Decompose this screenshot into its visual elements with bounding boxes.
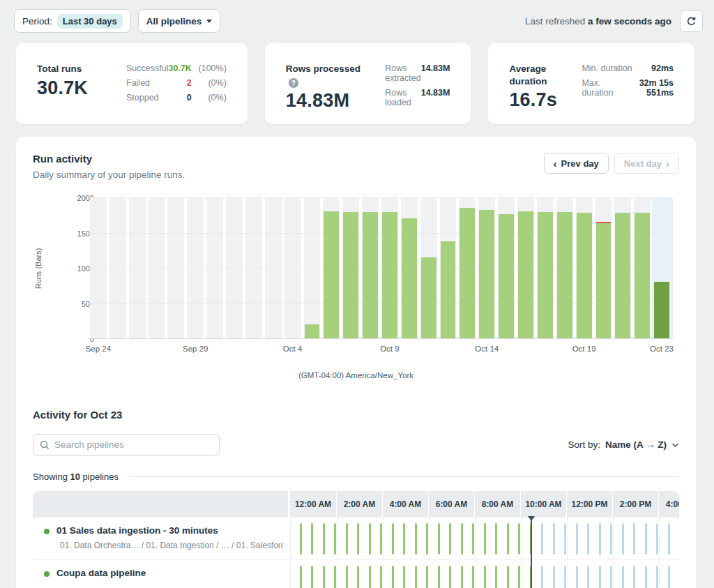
chart-bar[interactable] <box>635 213 650 338</box>
chart-day-column[interactable] <box>109 198 126 339</box>
chart-day-column[interactable] <box>226 198 243 339</box>
pipeline-row[interactable]: Coupa data pipeline <box>33 560 679 588</box>
prev-day-button[interactable]: ‹ Prev day <box>544 153 609 174</box>
scheduled-run-tick[interactable] <box>587 523 589 555</box>
completed-run-tick[interactable] <box>300 523 302 555</box>
completed-run-tick[interactable] <box>323 566 325 588</box>
completed-run-tick[interactable] <box>449 523 451 555</box>
chart-bar[interactable] <box>596 222 612 338</box>
completed-run-tick[interactable] <box>518 566 520 588</box>
chart-bar[interactable] <box>305 324 320 338</box>
completed-run-tick[interactable] <box>392 566 394 588</box>
scheduled-run-tick[interactable] <box>576 566 578 588</box>
scheduled-run-tick[interactable] <box>633 523 635 555</box>
scheduled-run-tick[interactable] <box>553 523 555 555</box>
scheduled-run-tick[interactable] <box>656 566 658 588</box>
completed-run-tick[interactable] <box>415 523 417 555</box>
scheduled-run-tick[interactable] <box>599 523 601 555</box>
completed-run-tick[interactable] <box>357 566 359 588</box>
help-icon[interactable]: ? <box>289 78 298 88</box>
scheduled-run-tick[interactable] <box>587 566 589 588</box>
chart-bar[interactable] <box>363 212 378 338</box>
completed-run-tick[interactable] <box>449 566 451 588</box>
chart-bar[interactable] <box>577 213 592 338</box>
scheduled-run-tick[interactable] <box>610 566 612 588</box>
pipeline-filter-dropdown[interactable]: All pipelines <box>138 9 221 33</box>
scheduled-run-tick[interactable] <box>564 523 566 555</box>
scheduled-run-tick[interactable] <box>668 566 670 588</box>
completed-run-tick[interactable] <box>472 523 474 555</box>
scheduled-run-tick[interactable] <box>541 566 543 588</box>
completed-run-tick[interactable] <box>334 566 336 588</box>
completed-run-tick[interactable] <box>300 566 302 588</box>
scheduled-run-tick[interactable] <box>645 566 647 588</box>
completed-run-tick[interactable] <box>392 523 394 555</box>
pipeline-name[interactable]: 01 Sales data ingestion - 30 minutes <box>56 525 283 536</box>
chart-day-column[interactable] <box>304 198 321 339</box>
scheduled-run-tick[interactable] <box>564 566 566 588</box>
completed-run-tick[interactable] <box>461 523 463 555</box>
chart-day-column[interactable] <box>149 198 165 339</box>
chart-day-column[interactable] <box>90 198 107 339</box>
scheduled-run-tick[interactable] <box>656 523 658 555</box>
completed-run-tick[interactable] <box>507 523 509 555</box>
scheduled-run-tick[interactable] <box>622 566 624 588</box>
completed-run-tick[interactable] <box>403 523 405 555</box>
chart-bar[interactable] <box>343 212 358 338</box>
completed-run-tick[interactable] <box>495 566 497 588</box>
chart-bar[interactable] <box>459 208 475 338</box>
completed-run-tick[interactable] <box>323 523 325 555</box>
scheduled-run-tick[interactable] <box>576 523 578 555</box>
completed-run-tick[interactable] <box>484 566 486 588</box>
completed-run-tick[interactable] <box>346 523 348 555</box>
chart-day-column[interactable] <box>167 198 184 339</box>
completed-run-tick[interactable] <box>518 523 520 555</box>
completed-run-tick[interactable] <box>346 566 348 588</box>
completed-run-tick[interactable] <box>380 523 382 555</box>
refresh-button[interactable] <box>680 10 703 32</box>
chart-bar[interactable] <box>441 241 456 338</box>
chart-day-column[interactable] <box>265 198 282 339</box>
scheduled-run-tick[interactable] <box>599 566 601 588</box>
chart-bar[interactable] <box>538 212 553 338</box>
completed-run-tick[interactable] <box>369 523 371 555</box>
scheduled-run-tick[interactable] <box>633 566 635 588</box>
completed-run-tick[interactable] <box>472 566 474 588</box>
completed-run-tick[interactable] <box>369 566 371 588</box>
completed-run-tick[interactable] <box>357 523 359 555</box>
search-pipelines-input[interactable] <box>54 439 213 450</box>
scheduled-run-tick[interactable] <box>645 523 647 555</box>
scheduled-run-tick[interactable] <box>610 523 612 555</box>
chart-bar[interactable] <box>402 218 417 338</box>
pipeline-row[interactable]: 01 Sales data ingestion - 30 minutes01. … <box>33 518 679 560</box>
completed-run-tick[interactable] <box>438 523 440 555</box>
sort-control[interactable]: Sort by: Name (A → Z) <box>568 439 679 450</box>
chart-bar[interactable] <box>324 211 339 338</box>
scheduled-run-tick[interactable] <box>622 523 624 555</box>
chart-bar[interactable] <box>518 211 533 338</box>
completed-run-tick[interactable] <box>426 523 428 555</box>
chart-bar[interactable] <box>615 213 630 338</box>
chart-day-column[interactable] <box>129 198 146 339</box>
chart-bar[interactable] <box>382 212 397 338</box>
completed-run-tick[interactable] <box>507 566 509 588</box>
chart-bar[interactable] <box>421 257 436 338</box>
chart-bar[interactable] <box>479 210 494 338</box>
chart-bar[interactable] <box>557 212 572 338</box>
completed-run-tick[interactable] <box>426 566 428 588</box>
scheduled-run-tick[interactable] <box>668 523 670 555</box>
completed-run-tick[interactable] <box>495 523 497 555</box>
completed-run-tick[interactable] <box>311 566 313 588</box>
search-pipelines-box[interactable] <box>33 434 220 455</box>
completed-run-tick[interactable] <box>415 566 417 588</box>
completed-run-tick[interactable] <box>438 566 440 588</box>
completed-run-tick[interactable] <box>334 523 336 555</box>
scheduled-run-tick[interactable] <box>541 523 543 555</box>
period-filter-button[interactable]: Period: Last 30 days <box>14 9 131 33</box>
chart-day-column[interactable] <box>284 198 301 339</box>
completed-run-tick[interactable] <box>461 566 463 588</box>
chart-day-column[interactable] <box>245 198 262 339</box>
completed-run-tick[interactable] <box>311 523 313 555</box>
chart-day-column[interactable] <box>187 198 204 339</box>
pipeline-name[interactable]: Coupa data pipeline <box>56 568 283 579</box>
